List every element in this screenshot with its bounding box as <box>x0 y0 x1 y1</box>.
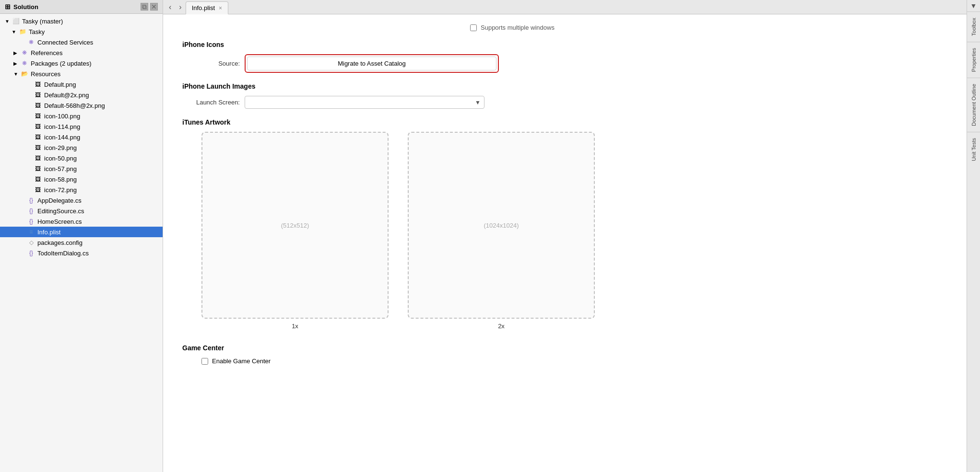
editing-source-icon: {} <box>27 207 35 215</box>
resources-label: Resources <box>31 70 60 78</box>
migrate-to-asset-catalog-button[interactable]: Migrate to Asset Catalog <box>247 57 496 70</box>
tree-item-icon-114[interactable]: ▶ 🖼 icon-114.png <box>0 121 163 132</box>
restore-icon[interactable]: ⧉ <box>141 3 148 11</box>
toolbox-label: Toolbox <box>971 18 977 36</box>
tree-item-resources[interactable]: ▼ 📂 Resources <box>0 69 163 79</box>
solution-tree: ▼ ⬜ Tasky (master) ▼ 📁 Tasky ▶ ❋ Connect… <box>0 14 163 472</box>
launch-screen-select[interactable] <box>245 96 484 109</box>
editing-source-label: EditingSource.cs <box>37 207 84 215</box>
tree-item-home-screen[interactable]: ▶ {} HomeScreen.cs <box>0 216 163 227</box>
tree-item-icon-50[interactable]: ▶ 🖼 icon-50.png <box>0 153 163 163</box>
sidebar-header: ⊞ Solution ⧉ ✕ <box>0 0 163 14</box>
enable-game-center-checkbox[interactable] <box>201 358 208 365</box>
tasky-folder-icon: 📁 <box>18 27 27 36</box>
icon-58-label: icon-58.png <box>44 176 77 183</box>
tree-item-icon-72[interactable]: ▶ 🖼 icon-72.png <box>0 184 163 195</box>
default2x-png-icon: 🖼 <box>34 91 42 99</box>
tree-item-packages-config[interactable]: ▶ ◇ packages.config <box>0 237 163 248</box>
icon-29-label: icon-29.png <box>44 144 77 151</box>
icon-29-img-icon: 🖼 <box>34 143 42 152</box>
icon-50-label: icon-50.png <box>44 155 77 162</box>
artwork-box-2x[interactable]: (1024x1024) <box>408 132 595 319</box>
default-568h2x-png-icon: 🖼 <box>34 101 42 110</box>
tasky-label: Tasky <box>29 28 45 35</box>
arrow-packages: ▶ <box>13 61 20 66</box>
artwork-1x-scale: 1x <box>292 322 298 330</box>
right-panel-document-outline[interactable]: Document Outline <box>967 78 980 132</box>
tree-item-icon-58[interactable]: ▶ 🖼 icon-58.png <box>0 174 163 184</box>
supports-multiple-windows-checkbox[interactable] <box>470 24 477 31</box>
default-568h2x-png-label: Default-568h@2x.png <box>44 102 105 109</box>
icon-72-img-icon: 🖼 <box>34 185 42 194</box>
tree-item-app-delegate[interactable]: ▶ {} AppDelegate.cs <box>0 195 163 206</box>
tab-label: Info.plist <box>192 4 215 12</box>
tree-item-icon-57[interactable]: ▶ 🖼 icon-57.png <box>0 163 163 174</box>
info-plist-label: Info.plist <box>37 229 60 236</box>
icon-100-label: icon-100.png <box>44 113 80 120</box>
packages-config-label: packages.config <box>37 239 83 246</box>
tree-item-tasky-master[interactable]: ▼ ⬜ Tasky (master) <box>0 16 163 26</box>
app-delegate-icon: {} <box>27 196 35 205</box>
tab-info-plist[interactable]: Info.plist × <box>186 1 228 14</box>
icon-144-img-icon: 🖼 <box>34 133 42 141</box>
right-panel-unit-tests[interactable]: Unit Tests <box>967 132 980 167</box>
project-master-icon: ⬜ <box>12 17 20 25</box>
resources-folder-icon: 📂 <box>20 69 29 78</box>
right-panel-toolbox[interactable]: Toolbox <box>967 12 980 42</box>
unit-tests-label: Unit Tests <box>971 138 977 161</box>
itunes-artwork-title: iTunes Artwork <box>182 118 947 126</box>
tree-item-references[interactable]: ▶ ❋ References <box>0 47 163 58</box>
default-png-label: Default.png <box>44 81 76 88</box>
document-outline-label: Document Outline <box>971 84 977 126</box>
tree-item-default2x-png[interactable]: ▶ 🖼 Default@2x.png <box>0 90 163 100</box>
todo-item-dialog-icon: {} <box>27 249 35 257</box>
artwork-2x-size: (1024x1024) <box>484 222 519 229</box>
tab-close-button[interactable]: × <box>219 5 222 11</box>
default2x-png-label: Default@2x.png <box>44 92 89 99</box>
supports-multiple-windows-row: Supports multiple windows <box>470 24 947 31</box>
artwork-2x-scale: 2x <box>498 322 505 330</box>
arrow-tasky: ▼ <box>12 29 18 35</box>
sidebar-header-controls[interactable]: ⧉ ✕ <box>141 3 158 11</box>
solution-icon: ⊞ <box>5 3 11 11</box>
icon-100-img-icon: 🖼 <box>34 112 42 120</box>
enable-game-center-row: Enable Game Center <box>201 357 947 365</box>
artwork-item-1x: (512x512) 1x <box>201 132 389 330</box>
icon-114-label: icon-114.png <box>44 123 80 130</box>
tasky-master-label: Tasky (master) <box>22 18 63 25</box>
tree-item-icon-144[interactable]: ▶ 🖼 icon-144.png <box>0 132 163 142</box>
right-panel: ▼ Toolbox Properties Document Outline Un… <box>967 0 980 472</box>
forward-button[interactable]: › <box>175 0 185 14</box>
home-screen-icon: {} <box>27 217 35 226</box>
todo-item-dialog-label: TodoItemDialog.cs <box>37 250 89 257</box>
default-png-icon: 🖼 <box>34 80 42 89</box>
sidebar: ⊞ Solution ⧉ ✕ ▼ ⬜ Tasky (master) ▼ 📁 Ta… <box>0 0 163 472</box>
right-panel-dropdown-button[interactable]: ▼ <box>968 0 979 12</box>
icon-114-img-icon: 🖼 <box>34 122 42 131</box>
connected-services-icon: ❋ <box>27 38 35 46</box>
enable-game-center-label: Enable Game Center <box>212 357 271 365</box>
tree-item-tasky[interactable]: ▼ 📁 Tasky <box>0 26 163 37</box>
tree-item-icon-29[interactable]: ▶ 🖼 icon-29.png <box>0 142 163 153</box>
source-field-row: Source: Migrate to Asset Catalog <box>182 54 947 73</box>
right-panel-properties[interactable]: Properties <box>967 42 980 78</box>
launch-screen-field-row: Launch Screen: ▼ <box>182 96 947 109</box>
icon-58-img-icon: 🖼 <box>34 175 42 184</box>
tree-item-default-png[interactable]: ▶ 🖼 Default.png <box>0 79 163 90</box>
artwork-item-2x: (1024x1024) 2x <box>408 132 595 330</box>
artwork-box-1x[interactable]: (512x512) <box>201 132 389 319</box>
tree-item-icon-100[interactable]: ▶ 🖼 icon-100.png <box>0 111 163 121</box>
tree-item-editing-source[interactable]: ▶ {} EditingSource.cs <box>0 206 163 216</box>
main-area: ‹ › Info.plist × Supports multiple windo… <box>163 0 967 472</box>
tree-item-info-plist[interactable]: ▶ ≡ Info.plist <box>0 227 163 237</box>
tree-item-packages[interactable]: ▶ ❋ Packages (2 updates) <box>0 58 163 69</box>
tree-item-todo-item-dialog[interactable]: ▶ {} TodoItemDialog.cs <box>0 248 163 258</box>
tree-item-connected-services[interactable]: ▶ ❋ Connected Services <box>0 37 163 47</box>
icon-57-label: icon-57.png <box>44 165 77 173</box>
back-button[interactable]: ‹ <box>165 0 175 14</box>
tree-item-default-568h2x-png[interactable]: ▶ 🖼 Default-568h@2x.png <box>0 100 163 111</box>
references-icon: ❋ <box>20 48 29 57</box>
sidebar-title-row: ⊞ Solution <box>5 3 38 11</box>
source-label: Source: <box>182 60 245 67</box>
close-icon[interactable]: ✕ <box>150 3 158 11</box>
